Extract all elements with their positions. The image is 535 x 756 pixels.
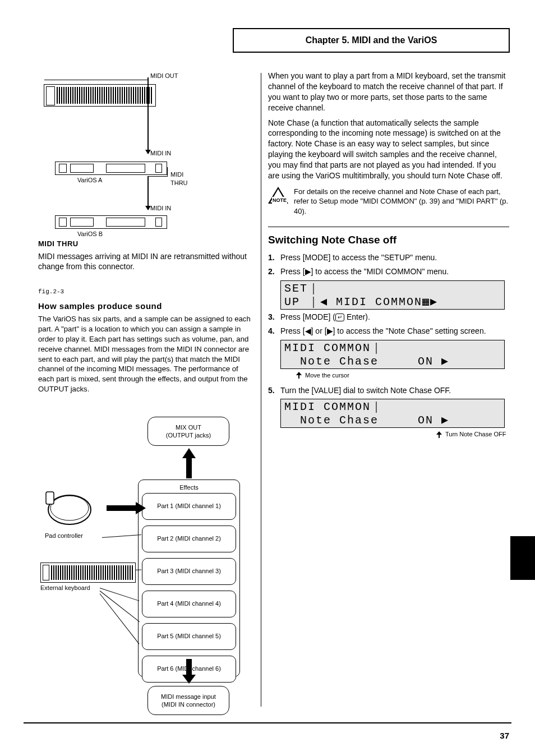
right-arrow-icon: ▶ xyxy=(305,267,311,276)
chapter-title: Chapter 5. MIDI and the VariOS xyxy=(233,28,510,53)
step-3: 3. Press [MODE] (↵ Enter). xyxy=(268,312,509,322)
effects-label: Effects xyxy=(142,483,236,492)
arrow-keyboard-to-varios-a xyxy=(147,77,149,154)
arrow-effects-to-output xyxy=(182,448,196,478)
lcd-screen-3: MIDI COMMON｜ Note Chase ON ▶ xyxy=(280,399,505,428)
midi-daisy-chain-diagram: MIDI OUT MIDI IN VariOS A MIDI THRU MIDI… xyxy=(44,73,190,236)
part-5-box: Part 5 (MIDI channel 5) xyxy=(142,623,236,650)
lcd-2-caption: Move the cursor xyxy=(296,371,509,380)
part-3-box: Part 3 (MIDI channel 3) xyxy=(142,558,236,585)
part-4-label: Part 4 (MIDI channel 4) xyxy=(157,600,221,608)
leader-line-5 xyxy=(100,593,140,644)
leader-line-1 xyxy=(102,534,141,538)
section-divider xyxy=(268,227,509,227)
midi-thru-body: MIDI messages arriving at MIDI IN are re… xyxy=(38,251,254,273)
midi-input-box: MIDI message input (MIDI IN connector) xyxy=(147,686,229,715)
part-2-label: Part 2 (MIDI channel 2) xyxy=(157,534,221,543)
part-1-box: Part 1 (MIDI channel 1) xyxy=(142,493,236,520)
part-3-label: Part 3 (MIDI channel 3) xyxy=(157,567,221,575)
sample-sound-heading: How samples produce sound xyxy=(38,301,254,312)
note-body: For details on the receive channel and N… xyxy=(294,187,509,216)
figure-caption: fig.2-3 xyxy=(38,288,254,296)
midi-thru-heading: MIDI THRU xyxy=(38,239,254,249)
effects-box: Effects Part 1 (MIDI channel 1) Part 2 (… xyxy=(138,480,240,677)
svg-rect-2 xyxy=(46,492,54,504)
lcd-screen-1: SET｜ UP ｜◀ MIDI COMMON▦▶ xyxy=(280,280,505,310)
step-4-text: Press [◀] or [▶] to access the "Note Cha… xyxy=(280,326,486,336)
intro-paragraph-2: Note Chase (a function that automaticall… xyxy=(268,118,509,181)
step-5: 5. Turn the [VALUE] dial to switch Note … xyxy=(268,385,509,396)
left-column: MIDI OUT MIDI IN VariOS A MIDI THRU MIDI… xyxy=(38,71,254,718)
step-3-text: Press [MODE] (↵ Enter). xyxy=(280,312,370,322)
up-arrow-icon xyxy=(296,372,302,379)
step-1-text: Press [MODE] to access the "SETUP" menu. xyxy=(280,252,437,263)
leader-line-4 xyxy=(100,591,140,622)
label-midi-in-2: MIDI IN xyxy=(150,204,171,213)
keyboard-image-1 xyxy=(44,84,156,107)
section-title: Switching Note Chase off xyxy=(268,233,509,247)
parts-flow-diagram: MIX OUT (OUTPUT jacks) Effects Part 1 (M… xyxy=(38,417,251,718)
right-arrow-icon-2: ▶ xyxy=(327,326,333,335)
lcd-3-caption-text: Turn Note Chase OFF xyxy=(445,430,506,439)
footer-rule xyxy=(24,722,511,724)
varios-a-image xyxy=(55,162,167,175)
arrow-input-to-effects xyxy=(182,659,196,684)
lcd-2-caption-text: Move the cursor xyxy=(305,371,349,380)
intro-paragraph-1: When you want to play a part from a MIDI… xyxy=(268,71,509,113)
step-1: 1. Press [MODE] to access the "SETUP" me… xyxy=(268,252,509,263)
right-column: When you want to play a part from a MIDI… xyxy=(268,71,509,444)
external-keyboard-label: External keyboard xyxy=(40,584,136,592)
svg-point-1 xyxy=(50,496,89,520)
lcd-screen-2: MIDI COMMON｜ Note Chase ON ▶ xyxy=(280,340,505,369)
part-5-label: Part 5 (MIDI channel 5) xyxy=(157,632,221,640)
note-icon: NOTE xyxy=(268,187,288,205)
up-arrow-icon-2 xyxy=(436,431,442,438)
label-midi-thru: MIDI THRU xyxy=(170,170,190,187)
pad-controller-image: Pad controller xyxy=(45,490,101,534)
step-2: 2. Press [▶] to access the "MIDI COMMON"… xyxy=(268,266,509,277)
enter-icon: ↵ xyxy=(335,314,344,321)
lcd-3-caption: Turn Note Chase OFF xyxy=(436,430,509,439)
mix-out-box: MIX OUT (OUTPUT jacks) xyxy=(147,417,229,446)
sample-sound-body: The VariOS has six parts, and a sample c… xyxy=(38,314,254,394)
mix-out-label: MIX OUT (OUTPUT jacks) xyxy=(166,423,211,440)
label-varios-a: VariOS A xyxy=(77,176,102,185)
step-4: 4. Press [◀] or [▶] to access the "Note … xyxy=(268,326,509,336)
column-divider xyxy=(261,73,261,707)
section-tab xyxy=(510,536,535,580)
step-5-text: Turn the [VALUE] dial to switch Note Cha… xyxy=(280,385,451,396)
part-1-label: Part 1 (MIDI channel 1) xyxy=(157,502,221,510)
label-midi-out: MIDI OUT xyxy=(150,72,178,80)
varios-b-image xyxy=(55,215,167,229)
step-2-text: Press [▶] to access the "MIDI COMMON" me… xyxy=(280,266,449,277)
part-2-box: Part 2 (MIDI channel 2) xyxy=(142,525,236,552)
pad-controller-label: Pad controller xyxy=(45,532,101,540)
part-4-box: Part 4 (MIDI channel 4) xyxy=(142,591,236,617)
external-keyboard-image: External keyboard xyxy=(40,563,136,592)
arrow-varios-a-to-b xyxy=(147,176,149,210)
label-varios-b: VariOS B xyxy=(77,230,103,238)
arrow-pad-to-part1 xyxy=(107,502,146,514)
label-midi-in-1: MIDI IN xyxy=(150,149,171,158)
page-number: 37 xyxy=(500,730,509,741)
left-arrow-icon: ◀ xyxy=(305,326,311,335)
midi-input-label: MIDI message input (MIDI IN connector) xyxy=(161,693,216,709)
note-block: NOTE For details on the receive channel … xyxy=(268,187,509,216)
